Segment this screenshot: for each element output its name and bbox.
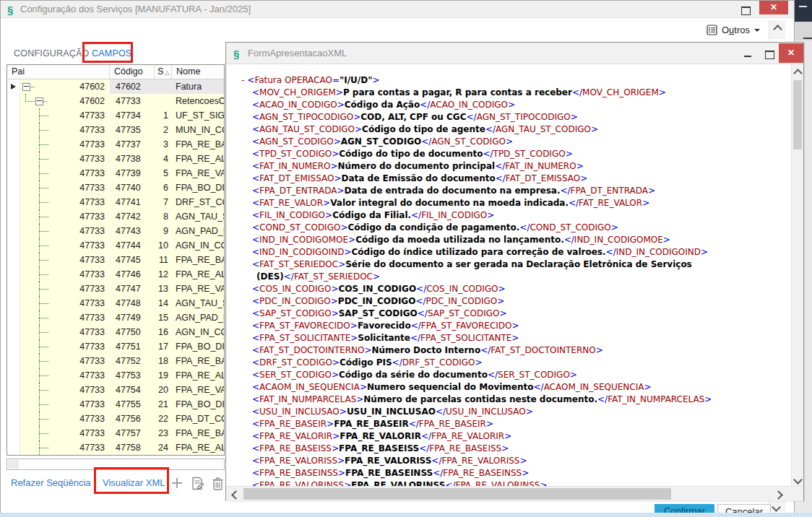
xml-line: <FPA_RE_VALORIR>FPA_RE_VALORIR</FPA_RE_V…: [241, 430, 712, 443]
cell-sequencia: 18: [155, 354, 172, 368]
cell-pai: 47733: [20, 354, 110, 368]
table-row[interactable]: 47733477417DRF_ST_CODIG: [7, 195, 224, 209]
cell-codigo: 47748: [110, 296, 155, 310]
xml-line[interactable]: -<Fatura OPERACAO="I/U/D">: [241, 74, 712, 87]
maximize-button[interactable]: [735, 2, 756, 17]
table-row[interactable]: 477334775420FPA_RE_VALOR: [7, 383, 224, 397]
refazer-sequencia-link[interactable]: Refazer Seqüência: [11, 477, 91, 488]
column-header-nome-campo[interactable]: Nome Campo: [172, 65, 224, 79]
pai-value: 47733: [79, 152, 105, 166]
table-row[interactable]: 4760247733RetencoesCPA: [7, 94, 224, 108]
scroll-up-button[interactable]: [792, 64, 803, 77]
scroll-left-button[interactable]: [228, 488, 241, 500]
table-row[interactable]: 477334775723FPA_RE_BASEF: [7, 426, 224, 440]
table-row[interactable]: 477334775319FPA_RE_ALIQU: [7, 368, 224, 383]
pai-value: 47733: [79, 325, 105, 339]
xml-maximize-button[interactable]: [760, 45, 779, 61]
outros-button[interactable]: Outros: [701, 21, 765, 39]
close-button[interactable]: ✕: [759, 1, 788, 14]
cell-sequencia: 4: [155, 152, 172, 166]
chevron-down-icon: [754, 29, 760, 32]
xml-window-title: FormApresentacaoXML: [248, 43, 347, 64]
scroll-down-button[interactable]: [792, 473, 803, 485]
cell-sequencia: 11: [155, 253, 172, 267]
xml-horizontal-scrollbar[interactable]: [226, 486, 803, 501]
table-row[interactable]: 47733477406FPA_BO_DILUI: [7, 181, 224, 195]
xml-minimize-button[interactable]: [738, 45, 757, 61]
add-button[interactable]: [170, 476, 186, 492]
table-row[interactable]: 47733477384FPA_RE_ALIQU: [7, 152, 224, 166]
table-row[interactable]: 477334774410AGN_IN_CODI: [7, 238, 224, 253]
row-indicator-cell: [7, 383, 20, 397]
table-row[interactable]: 477334774814AGN_TAU_ST_: [7, 296, 224, 310]
table-row[interactable]: 477334775622FPA_DT_COMI: [7, 412, 224, 426]
plus-icon: [170, 476, 184, 490]
cell-sequencia: 9: [155, 224, 172, 238]
cell-codigo: 47753: [110, 368, 155, 383]
column-header-pai[interactable]: Pai: [7, 65, 110, 79]
table-row[interactable]: 477334775521FPA_BO_DILUI: [7, 397, 224, 412]
vertical-scroll-thumb[interactable]: [793, 80, 802, 149]
cell-codigo: 47754: [110, 383, 155, 397]
pai-value: 47733: [79, 181, 105, 195]
cell-codigo: 47744: [110, 238, 155, 253]
tab-configuracao[interactable]: CONFIGURAÇÃO: [14, 45, 90, 61]
row-indicator-cell: [7, 253, 20, 267]
pai-value: 47602: [79, 79, 105, 94]
xml-vertical-scrollbar[interactable]: [791, 64, 803, 486]
table-row[interactable]: 477334775016AGN_IN_CODI: [7, 325, 224, 339]
cell-sequencia: 10: [155, 238, 172, 253]
cell-sequencia: 24: [155, 440, 172, 455]
table-row[interactable]: 477334774511FPA_RE_BASEI: [7, 253, 224, 267]
table-row[interactable]: 47733477341UF_ST_SIGLA: [7, 108, 224, 123]
row-indicator-cell: [7, 426, 20, 440]
xml-line: <FAT_ST_SERIEDOC>Série do documento a se…: [241, 258, 712, 271]
column-header-s[interactable]: S△: [155, 65, 172, 79]
table-row[interactable]: 4760247602Fatura: [7, 79, 224, 94]
xml-line: <USU_IN_INCLUSAO>USU_IN_INCLUSAO</USU_IN…: [241, 406, 712, 418]
cell-sequencia: 2: [155, 123, 172, 137]
table-row[interactable]: 47733477428AGN_TAU_ST_: [7, 209, 224, 224]
cell-nome-campo: FPA_RE_ALIQU: [172, 152, 224, 166]
xml-close-button[interactable]: ✕: [779, 43, 803, 63]
scroll-right-button[interactable]: [773, 488, 785, 500]
table-row[interactable]: 477334775824FPA_RE_ALIQU: [7, 440, 224, 455]
xml-window: § FormApresentacaoXML ✕ -<Fatura OPERACA…: [225, 42, 804, 501]
background-minimize-icon: [799, 6, 807, 7]
delete-button[interactable]: [211, 476, 227, 492]
row-indicator-cell: [7, 94, 20, 108]
maximize-icon: [741, 6, 751, 15]
pai-value: 47733: [79, 123, 105, 137]
cell-codigo: 47746: [110, 267, 155, 282]
cell-nome-campo: AGN_TAU_ST_: [172, 209, 224, 224]
cell-codigo: 47737: [110, 137, 155, 152]
xml-line: <COND_ST_CODIGO>Código da condição de pa…: [241, 222, 712, 234]
table-row[interactable]: 47733477373FPA_RE_BASEI: [7, 137, 224, 152]
xml-line: (DES)</FAT_ST_SERIEDOC>: [241, 271, 712, 283]
table-row[interactable]: 47733477352MUN_IN_COD: [7, 123, 224, 137]
column-header-codigo[interactable]: Código: [110, 65, 155, 79]
form-scrollbar-up[interactable]: [769, 20, 785, 39]
pai-value: 47733: [79, 166, 105, 181]
table-row[interactable]: 47733477439AGN_PAD_IN_: [7, 224, 224, 238]
edit-record-button[interactable]: [190, 476, 206, 492]
xml-line: <MOV_CH_ORIGEM>P para contas a pagar, R …: [241, 87, 712, 99]
table-row[interactable]: 477334774713FPA_RE_VALOR: [7, 282, 224, 296]
xml-line: <AGN_ST_CODIGO>AGN_ST_CODIGO</AGN_ST_COD…: [241, 136, 712, 148]
table-row[interactable]: 477334774915AGN_PAD_IN_: [7, 310, 224, 325]
row-indicator-cell: [7, 296, 20, 310]
table-row[interactable]: 477334774612FPA_RE_ALIQU: [7, 267, 224, 282]
table-row[interactable]: 47733477395FPA_RE_VALOR: [7, 166, 224, 181]
background-window: [795, 0, 812, 22]
grid-scroll-thumb[interactable]: [8, 460, 18, 469]
cell-nome-campo: FPA_RE_VALOR: [172, 282, 224, 296]
table-row[interactable]: 477334775218FPA_RE_BASEI: [7, 354, 224, 368]
cell-pai: 47733: [20, 253, 110, 267]
cell-codigo: 47758: [110, 440, 155, 455]
cell-nome-campo: FPA_RE_ALIQU: [172, 267, 224, 282]
horizontal-scroll-thumb[interactable]: [243, 488, 671, 500]
window-title: Configuração dos Serviços [MANUFATURA - …: [20, 1, 251, 18]
table-row[interactable]: 477334775117FPA_BO_DILUI: [7, 339, 224, 354]
cell-nome-campo: MUN_IN_COD: [172, 123, 224, 137]
cell-nome-campo: FPA_RE_BASEI: [172, 354, 224, 368]
